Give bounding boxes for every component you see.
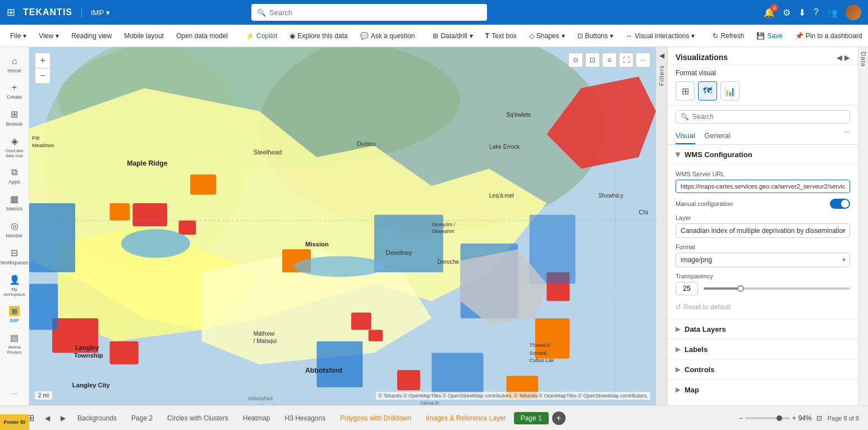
data-sidebar-toggle[interactable]: Data [858, 47, 868, 405]
menu-ask[interactable]: 💬Ask a question [355, 30, 421, 42]
add-page-button[interactable]: + [552, 411, 566, 425]
menu-buttons[interactable]: ⊡Buttons ▾ [572, 30, 619, 42]
menu-save[interactable]: 💾Save [751, 30, 788, 42]
menu-mobile-layout[interactable]: Mobile layout [118, 30, 169, 42]
menu-file[interactable]: File ▾ [4, 30, 32, 42]
more-icon: ··· [12, 391, 17, 396]
menu-data-model[interactable]: Open data model [171, 30, 233, 42]
fit-page-icon[interactable]: ⊡ [816, 414, 822, 422]
map-layers-button[interactable]: ≡ [602, 53, 617, 67]
map-fullscreen-button[interactable]: ⛶ [619, 53, 633, 67]
labels-section[interactable]: ▶ Labels [668, 340, 858, 360]
wms-url-input[interactable] [676, 180, 850, 193]
transparency-input[interactable] [676, 282, 698, 295]
zoom-out-button[interactable]: − [35, 68, 50, 83]
panel-title: Visualizations [676, 53, 728, 62]
tab-page1[interactable]: Page 1 [514, 412, 549, 424]
grid-icon[interactable]: ⊞ [7, 6, 15, 19]
svg-text:Chi: Chi [639, 209, 648, 216]
menu-view[interactable]: View ▾ [33, 30, 65, 42]
sidebar-item-more[interactable]: ··· [1, 386, 28, 401]
sidebar-item-home[interactable]: ⌂ Home [1, 52, 28, 78]
pin-icon: 📌 [795, 32, 803, 40]
toggle-state-label: Off [842, 200, 848, 205]
map-search-button[interactable]: ⊡ [585, 53, 600, 67]
sidebar-item-my-workspace[interactable]: 👤 My workspace [1, 270, 28, 301]
zoom-in-button[interactable]: + [35, 53, 50, 68]
tab-backgrounds[interactable]: Backgrounds [71, 412, 123, 424]
panel-next-arrow[interactable]: ▶ [844, 53, 850, 62]
tab-polygons[interactable]: Polygons with Drilldown [333, 412, 418, 424]
map-bookmark-button[interactable]: ⊙ [568, 53, 583, 67]
avatar[interactable] [846, 4, 861, 20]
map-area[interactable]: Maple Ridge Langley Township Langley Cit… [29, 47, 656, 405]
menu-reading-view[interactable]: Reading view [66, 30, 117, 42]
menu-copilot[interactable]: ⚡Copilot [240, 30, 283, 42]
share-icon[interactable]: 👥 [826, 7, 838, 18]
transparency-slider-track [704, 287, 740, 290]
viz-icon-map[interactable]: 🗺 [698, 81, 717, 100]
search-icon: 🔍 [257, 8, 266, 17]
interactivity-section[interactable]: ▶ Interactivity [668, 400, 858, 405]
menu-explore[interactable]: ◉Explore this data [284, 30, 353, 42]
svg-text:Shxwhá:y: Shxwhá:y [599, 193, 624, 199]
data-sidebar-label: Data [860, 52, 867, 67]
download-icon[interactable]: ⬇ [798, 7, 806, 18]
workspace-selector[interactable]: IMP ▾ [91, 8, 110, 17]
panel-search-box[interactable]: 🔍 [676, 110, 850, 123]
menu-interactions[interactable]: ↔Visual interactions ▾ [620, 30, 700, 42]
zoom-out-icon[interactable]: − [739, 414, 743, 422]
wms-config-section-header[interactable]: ▶ WMS Configuration [668, 145, 858, 165]
transparency-slider[interactable] [704, 287, 850, 290]
onelake-icon: ◈ [11, 136, 18, 147]
panel-prev-arrow[interactable]: ◀ [837, 53, 842, 62]
prev-page-button[interactable]: ◀ [40, 411, 54, 425]
next-page-button[interactable]: ▶ [56, 411, 70, 425]
map-more-button[interactable]: ··· [636, 53, 650, 67]
menu-data-drill[interactable]: ⊞Data/drill ▾ [427, 30, 478, 42]
menu-refresh[interactable]: ↻Refresh [707, 30, 750, 42]
tab-circles[interactable]: Circles with Clusters [160, 412, 235, 424]
notification-icon[interactable]: 🔔 4 [764, 7, 775, 18]
menu-pin[interactable]: 📌Pin to a dashboard [789, 30, 868, 42]
tab-h3hex[interactable]: H3 Hexagons [278, 412, 332, 424]
sidebar-item-browse[interactable]: ⊞ Browse [1, 104, 28, 131]
sidebar-item-airline[interactable]: ▤ Airline Routes [1, 328, 28, 359]
tab-general[interactable]: General [704, 128, 730, 144]
tab-heatmap[interactable]: Heatmap [236, 412, 277, 424]
tab-page2[interactable]: Page 2 [125, 412, 159, 424]
sidebar-item-workspaces[interactable]: ⊟ Workspaces [1, 243, 28, 270]
sidebar-item-create[interactable]: + Create [1, 78, 28, 104]
panel-search-input[interactable] [692, 113, 845, 121]
viz-icon-analytics[interactable]: 📊 [720, 81, 740, 100]
sidebar-item-metrics[interactable]: ▦ Metrics [1, 189, 28, 216]
format-select[interactable]: image/png [676, 253, 850, 267]
view-label: View [39, 32, 53, 40]
panel-search-icon: 🔍 [681, 113, 689, 121]
sidebar-item-monitor[interactable]: ◎ Monitor [1, 216, 28, 243]
settings-icon[interactable]: ⚙ [783, 7, 791, 18]
tab-images[interactable]: Images & Reference Layer [419, 412, 513, 424]
menu-textbox[interactable]: TText box [480, 30, 522, 42]
menu-shapes[interactable]: ◇Shapes ▾ [523, 30, 571, 42]
sidebar-item-imp[interactable]: ▦ IMP [1, 301, 28, 328]
filters-panel-toggle[interactable]: ◀ Filters [656, 47, 667, 405]
layer-select[interactable]: Canadian index of multiple deprivation b… [676, 223, 850, 238]
sidebar-item-apps[interactable]: ⧉ Apps [1, 163, 28, 189]
help-icon[interactable]: ? [814, 7, 819, 17]
data-drill-icon: ⊞ [433, 32, 438, 40]
global-search-box[interactable]: 🔍 [251, 4, 487, 21]
zoom-in-icon[interactable]: + [792, 414, 796, 422]
tab-visual[interactable]: Visual [676, 128, 695, 144]
svg-text:Deroche: Deroche [438, 259, 460, 265]
viz-icon-table[interactable]: ⊞ [676, 81, 695, 100]
map-section[interactable]: ▶ Map [668, 380, 858, 400]
sidebar-item-onelake[interactable]: ◈ OneLake data hub [1, 131, 28, 163]
wms-chevron-icon: ▶ [674, 153, 682, 157]
search-input[interactable] [269, 8, 481, 17]
tab-more-button[interactable]: ··· [844, 128, 850, 144]
controls-section[interactable]: ▶ Controls [668, 360, 858, 380]
data-layers-section[interactable]: ▶ Data Layers [668, 319, 858, 340]
zoom-slider[interactable] [745, 417, 790, 419]
manual-config-toggle[interactable]: Off [830, 199, 850, 209]
